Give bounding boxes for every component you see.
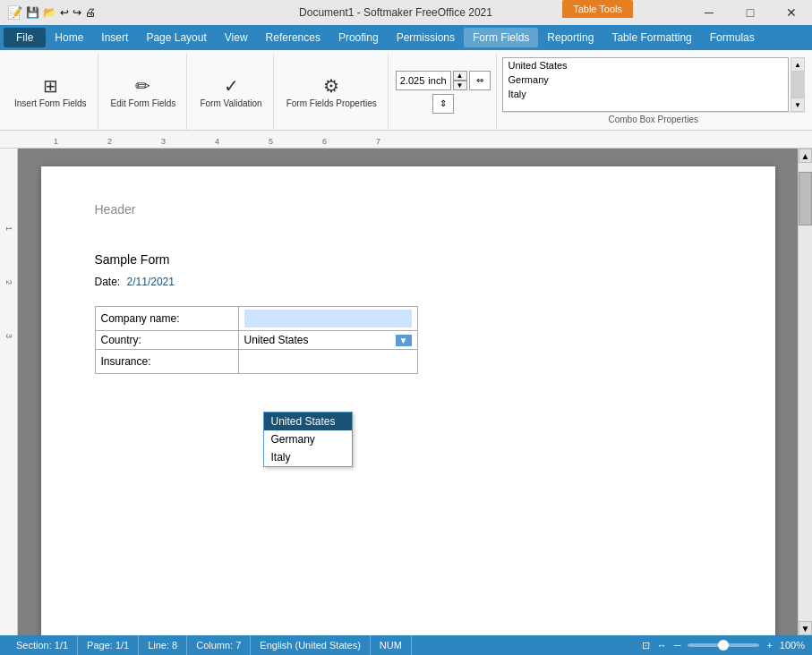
fit-page-icon[interactable]: ⊡ [642, 640, 650, 651]
ribbon: ⊞ Insert Form Fields ✏ Edit Form Fields … [0, 50, 812, 131]
open-icon[interactable]: 📂 [43, 6, 56, 19]
document-area[interactable]: Header Sample Form Date: 2/11/2021 Compa… [18, 149, 798, 635]
zoom-slider[interactable] [688, 643, 759, 647]
table-row-insurance: Insurance: [95, 350, 417, 374]
company-input[interactable] [244, 310, 412, 328]
status-num: NUM [371, 635, 412, 655]
menu-references[interactable]: References [257, 28, 329, 47]
date-value: 2/11/2021 [127, 276, 175, 288]
undo-icon[interactable]: ↩ [60, 6, 69, 19]
combo-scroll-track [791, 72, 805, 98]
company-input-cell [238, 307, 417, 331]
ribbon-buttons-validation: ✓ Form Validation [194, 54, 267, 130]
save-icon[interactable]: 💾 [26, 6, 39, 19]
ruler-mark-5: 5 [269, 137, 322, 146]
ribbon-buttons-edit: ✏ Edit Form Fields [106, 54, 182, 130]
form-validation-button[interactable]: ✓ Form Validation [194, 65, 267, 119]
zoom-minus-button[interactable]: ─ [674, 640, 681, 651]
menu-view[interactable]: View [216, 28, 257, 47]
combo-scrollbar: ▲ ▼ [791, 57, 805, 112]
main-area: 1 2 3 Header Sample Form Date: 2/11/2021… [0, 149, 812, 635]
menu-reporting[interactable]: Reporting [538, 28, 603, 47]
menu-permissions[interactable]: Permissions [388, 28, 464, 47]
left-ruler: 1 2 3 [0, 149, 18, 635]
insurance-input-cell [238, 350, 417, 374]
insurance-input[interactable] [244, 353, 412, 370]
width-down-button[interactable]: ▼ [453, 81, 467, 90]
minimize-button[interactable]: ─ [688, 0, 730, 25]
zoom-plus-button[interactable]: + [766, 640, 772, 651]
distribute-columns-button[interactable]: ⇔ [469, 71, 491, 90]
menu-page-layout[interactable]: Page Layout [137, 28, 215, 47]
menu-table-formatting[interactable]: Table Formatting [603, 28, 700, 47]
menu-formulas[interactable]: Formulas [701, 28, 764, 47]
form-container: Company name: Country: United States ▼ [95, 306, 722, 374]
scroll-down-button[interactable]: ▼ [799, 621, 812, 635]
ruler-marks: 1 2 3 4 5 6 7 [45, 131, 812, 148]
doc-header: Header [95, 202, 722, 217]
dropdown-item-1[interactable]: United States [264, 413, 352, 430]
menu-home[interactable]: Home [46, 28, 92, 47]
ribbon-group-validation: ✓ Form Validation [189, 54, 273, 130]
company-label-cell: Company name: [95, 307, 238, 331]
edit-form-fields-button[interactable]: ✏ Edit Form Fields [106, 65, 182, 119]
title-file-icons: 📝 💾 📂 ↩ ↪ 🖨 [0, 5, 103, 20]
ribbon-group-properties: ⚙ Form Fields Properties [276, 54, 389, 130]
country-dropdown-overlay: United States Germany Italy [263, 412, 353, 467]
left-ruler-mark-2: 2 [0, 256, 17, 310]
scroll-up-button[interactable]: ▲ [799, 149, 812, 163]
insurance-label-cell: Insurance: [95, 350, 238, 374]
scroll-thumb[interactable] [799, 172, 812, 225]
menu-proofing[interactable]: Proofing [329, 28, 388, 47]
width-display-row: 2.025 inch ▲ ▼ ⇔ [396, 71, 491, 90]
width-unit: inch [428, 75, 446, 86]
edit-form-fields-label: Edit Form Fields [111, 98, 176, 109]
doc-title: Sample Form [95, 252, 722, 267]
ribbon-buttons-insert: ⊞ Insert Form Fields [9, 54, 92, 130]
left-ruler-mark-3: 3 [0, 310, 17, 363]
menu-insert[interactable]: Insert [92, 28, 137, 47]
form-fields-properties-button[interactable]: ⚙ Form Fields Properties [281, 65, 382, 119]
dropdown-item-2[interactable]: Germany [264, 430, 352, 448]
combo-scroll-down-button[interactable]: ▼ [791, 98, 805, 112]
combo-box-panel: United States Germany Italy ▲ ▼ Combo Bo… [499, 54, 808, 130]
country-input-cell: United States ▼ [238, 331, 417, 350]
form-fields-properties-icon: ⚙ [323, 75, 339, 97]
insert-form-fields-button[interactable]: ⊞ Insert Form Fields [9, 65, 92, 119]
combo-item-2[interactable]: Germany [503, 72, 788, 87]
table-tools-badge: Table Tools [562, 0, 633, 18]
date-label: Date: [95, 276, 121, 288]
document: Header Sample Form Date: 2/11/2021 Compa… [41, 166, 775, 635]
menu-file[interactable]: File [4, 28, 46, 47]
form-table: Company name: Country: United States ▼ [95, 306, 418, 374]
insert-form-fields-label: Insert Form Fields [14, 98, 87, 109]
country-select[interactable]: United States ▼ [244, 334, 412, 346]
redo-icon[interactable]: ↪ [73, 6, 81, 19]
ribbon-group-edit: ✏ Edit Form Fields [100, 54, 188, 130]
zoom-thumb [718, 640, 729, 651]
distribute-rows-button[interactable]: ⇕ [432, 94, 454, 114]
scroll-track[interactable] [799, 163, 812, 621]
country-dropdown-button[interactable]: ▼ [396, 335, 412, 346]
close-button[interactable]: ✕ [771, 0, 812, 25]
dropdown-item-3[interactable]: Italy [264, 448, 352, 466]
form-validation-icon: ✓ [224, 75, 239, 97]
country-label-cell: Country: [95, 331, 238, 350]
fit-width-icon[interactable]: ↔ [657, 640, 667, 651]
zoom-level: 100% [780, 640, 805, 651]
maximize-button[interactable]: □ [730, 0, 771, 25]
window-controls: ─ □ ✕ [688, 0, 812, 25]
combo-item-3[interactable]: Italy [503, 87, 788, 101]
status-line: Line: 8 [139, 635, 187, 655]
menu-form-fields[interactable]: Form Fields [464, 28, 538, 47]
width-spinners: ▲ ▼ [453, 71, 467, 90]
combo-box-properties-label: Combo Box Properties [502, 112, 805, 126]
combo-list: United States Germany Italy [502, 57, 789, 112]
status-language: English (United States) [251, 635, 371, 655]
combo-item-1[interactable]: United States [503, 58, 788, 72]
print-icon[interactable]: 🖨 [85, 6, 96, 19]
width-up-button[interactable]: ▲ [453, 71, 467, 81]
width-value: 2.025 [400, 75, 425, 86]
combo-scroll-up-button[interactable]: ▲ [791, 57, 805, 72]
menu-bar: File Home Insert Page Layout View Refere… [0, 25, 812, 50]
